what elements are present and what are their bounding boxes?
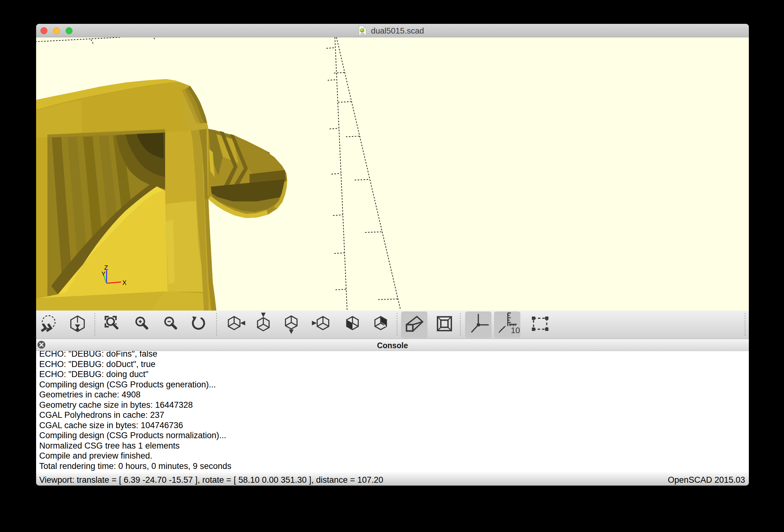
svg-text:SCAD: SCAD — [361, 33, 365, 35]
svg-text:10: 10 — [511, 326, 520, 335]
svg-text:Z: Z — [104, 264, 108, 271]
svg-text:Y: Y — [102, 270, 106, 277]
svg-text:X: X — [122, 279, 127, 286]
